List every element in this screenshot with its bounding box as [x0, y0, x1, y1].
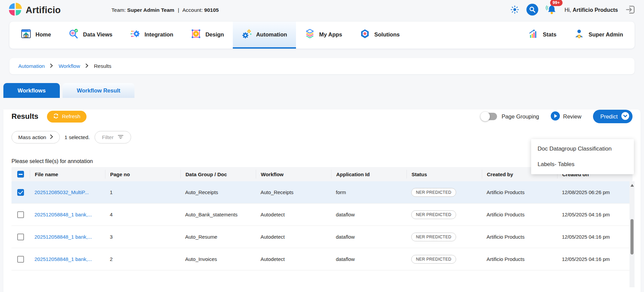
divider: | [178, 7, 179, 13]
toggle-thumb [480, 112, 490, 121]
column-header-page-no[interactable]: Page no [105, 170, 180, 179]
created-by-cell: Artificio Products [482, 234, 557, 240]
file-name-link[interactable]: 202512058848_1 bank,... [34, 212, 92, 217]
column-header-status[interactable]: Status [406, 170, 482, 179]
created-on-cell: 12/08/2025 06:26 pm [557, 189, 633, 195]
menu-item-doc-datagroup-classification[interactable]: Doc Datagroup Classification [531, 141, 634, 157]
account-number: 90105 [204, 7, 219, 13]
breadcrumb-workflow[interactable]: Workflow [58, 63, 80, 69]
page-title: Results [11, 112, 38, 121]
nav-label: Integration [145, 31, 173, 38]
table-row[interactable]: 202512058848_1 bank,... 2 Auto_Invoices … [11, 248, 633, 270]
status-badge: NER PREDICTED [411, 255, 456, 264]
column-header-workflow[interactable]: Workflow [256, 170, 331, 179]
column-header-data-group[interactable]: Data Group / Doc [180, 170, 256, 179]
mass-action-label: Mass action [18, 134, 46, 140]
table-body: 202512085032_MultiP... 1 Auto_Receipts A… [11, 181, 633, 270]
row-checkbox[interactable] [17, 234, 24, 240]
table-row[interactable]: 202512085032_MultiP... 1 Auto_Receipts A… [11, 181, 633, 204]
design-icon [191, 29, 201, 40]
file-name-link[interactable]: 202512085032_MultiP... [34, 189, 89, 195]
menu-item-labels-tables[interactable]: Labels- Tables [531, 157, 634, 172]
data-group-cell: Auto_Receipts [180, 189, 256, 195]
automation-icon [242, 29, 252, 40]
workflow-cell: Autodetect [256, 234, 331, 240]
nav-item-solutions[interactable]: Solutions [351, 22, 408, 49]
application-id-cell: dataflow [331, 256, 406, 262]
chevron-right-icon [50, 63, 53, 69]
table-scrollbar[interactable] [629, 181, 635, 287]
data-group-cell: Auto_Resume [180, 234, 256, 240]
theme-sun-icon[interactable] [511, 5, 519, 15]
workflow-cell: Autodetect [256, 212, 331, 217]
status-badge: NER PREDICTED [411, 233, 456, 241]
my-apps-icon [305, 29, 315, 40]
user-greeting: Hi, Artificio Products [565, 7, 618, 13]
team-name: Super Admin Team [127, 7, 174, 13]
integration-icon [130, 29, 140, 40]
breadcrumb-automation[interactable]: Automation [18, 63, 45, 69]
home-icon [21, 29, 31, 40]
filter-icon [118, 134, 124, 140]
review-label: Review [563, 113, 581, 120]
row-checkbox[interactable] [17, 211, 24, 218]
annotation-hint: Please select file(s) for annotation [11, 158, 93, 164]
table-row[interactable]: 202512058848_1 bank,... 3 Auto_Resume Au… [11, 226, 633, 248]
notifications-bell-icon[interactable]: 99+ [546, 3, 557, 17]
nav-label: Automation [256, 31, 287, 38]
scroll-up-arrow-icon[interactable] [630, 184, 634, 187]
application-id-cell: dataflow [331, 234, 406, 240]
nav-item-automation[interactable]: Automation [233, 22, 296, 49]
nav-item-super-admin[interactable]: Super Admin [565, 22, 632, 49]
nav-item-design[interactable]: Design [182, 22, 233, 49]
scrollbar-thumb[interactable] [630, 219, 634, 255]
breadcrumb: Automation Workflow Results [9, 58, 635, 74]
file-name-link[interactable]: 202512058848_1 bank,... [34, 234, 92, 240]
created-on-cell: 12/05/2025 04:16 pm [557, 212, 633, 217]
tab-workflows[interactable]: Workflows [3, 83, 60, 98]
status-badge: NER PREDICTED [411, 210, 456, 219]
filter-button[interactable]: Filter [95, 131, 131, 143]
created-on-cell: 12/05/2025 04:16 pm [557, 256, 633, 262]
nav-label: Home [35, 31, 51, 38]
workflow-cell: Auto_Receipts [256, 189, 331, 195]
nav-label: Design [205, 31, 224, 38]
page-grouping-toggle[interactable] [481, 113, 497, 120]
page-grouping-label: Page Grouping [502, 113, 539, 120]
nav-label: Stats [543, 31, 556, 38]
data-views-icon [69, 29, 79, 40]
refresh-button[interactable]: Refresh [47, 111, 86, 123]
brand-logo[interactable]: Artificio [8, 2, 61, 18]
nav-label: Data Views [83, 31, 113, 38]
column-header-file-name[interactable]: File name [30, 170, 105, 179]
nav-item-my-apps[interactable]: My Apps [296, 22, 351, 49]
nav-item-stats[interactable]: Stats [520, 22, 565, 49]
application-id-cell: form [331, 189, 406, 195]
selected-count: 1 selected. [65, 134, 90, 140]
column-header-application-id[interactable]: Application Id [331, 170, 406, 179]
account-label: Account: [182, 7, 203, 13]
table-row[interactable]: 202512058848_1 bank,... 4 Auto_Bank_stat… [11, 204, 633, 226]
page-no-cell: 4 [105, 212, 180, 217]
status-badge: NER PREDICTED [411, 188, 456, 197]
tab-workflow-result[interactable]: Workflow Result [63, 83, 134, 98]
solutions-icon [360, 29, 370, 40]
predict-label: Predict [600, 113, 618, 120]
row-checkbox[interactable] [17, 189, 24, 196]
search-icon[interactable] [526, 4, 538, 17]
nav-label: Solutions [374, 31, 400, 38]
team-account-line: Team: Super Admin Team | Account: 90105 [112, 7, 219, 13]
predict-button[interactable]: Predict [593, 110, 633, 123]
mass-action-button[interactable]: Mass action [11, 131, 60, 143]
row-checkbox[interactable] [17, 256, 24, 263]
select-all-checkbox[interactable] [17, 171, 24, 178]
nav-item-home[interactable]: Home [12, 22, 60, 49]
chevron-right-icon [85, 63, 89, 69]
logout-icon[interactable] [625, 4, 636, 16]
file-name-link[interactable]: 202512058848_1 bank,... [34, 256, 92, 262]
nav-item-integration[interactable]: Integration [121, 22, 182, 49]
predict-dropdown-menu: Doc Datagroup Classification Labels- Tab… [531, 139, 634, 174]
refresh-icon [53, 113, 59, 120]
nav-item-data-views[interactable]: Data Views [60, 22, 121, 49]
review-button[interactable]: Review [551, 111, 581, 122]
